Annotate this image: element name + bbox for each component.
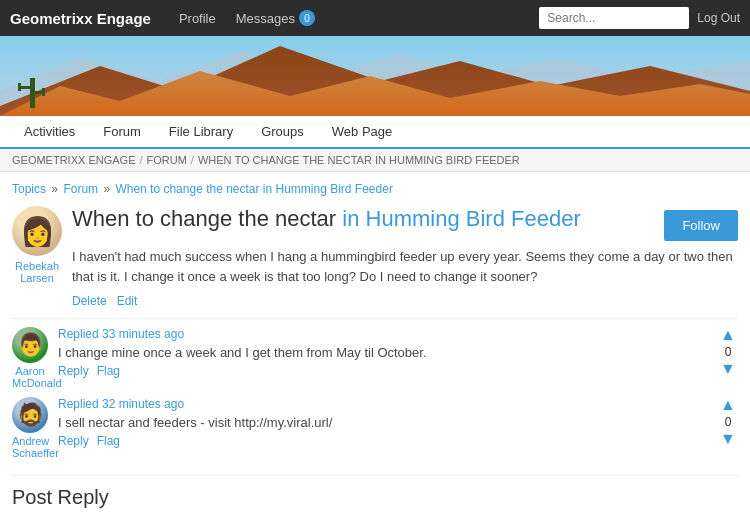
reply-actions-1: Reply Flag xyxy=(58,364,708,378)
reply-actions-2: Reply Flag xyxy=(58,434,708,448)
breadcrumb-forum: FORUM xyxy=(147,154,187,166)
subnav-activities[interactable]: Activities xyxy=(10,116,89,147)
main-post: 👩 Rebekah Larsen When to change the nect… xyxy=(12,206,738,308)
topic-breadcrumb: Topics » Forum » When to change the nect… xyxy=(12,182,738,196)
reply-author-2: Andrew Schaeffer xyxy=(12,435,48,459)
subnav: Activities Forum File Library Groups Web… xyxy=(0,116,750,149)
reply-avatar-2: 🧔 xyxy=(12,397,48,433)
flag-link-1[interactable]: Flag xyxy=(97,364,120,378)
search-container xyxy=(539,7,689,29)
post-author-label: Rebekah Larsen xyxy=(12,260,62,284)
navbar-links: Profile Messages 0 xyxy=(171,10,539,26)
downvote-1[interactable]: ▼ xyxy=(720,361,736,377)
post-divider xyxy=(12,318,738,319)
reply-text-1: I change mine once a week and I get them… xyxy=(58,345,708,360)
reply-avatar-1: 👨 xyxy=(12,327,48,363)
delete-link[interactable]: Delete xyxy=(72,294,107,308)
post-title-row: When to change the nectar in Humming Bir… xyxy=(72,206,738,241)
reply-time-1: Replied 33 minutes ago xyxy=(58,327,708,341)
vote-controls-2: ▲ 0 ▼ xyxy=(718,397,738,459)
brand-name: Geometrixx Engage xyxy=(10,10,151,27)
upvote-2[interactable]: ▲ xyxy=(720,397,736,413)
post-actions: Delete Edit xyxy=(72,294,738,308)
post-text: I haven't had much success when I hang a… xyxy=(72,247,738,286)
forum-link[interactable]: Forum xyxy=(63,182,98,196)
follow-button[interactable]: Follow xyxy=(664,210,738,241)
navbar: Geometrixx Engage Profile Messages 0 Log… xyxy=(0,0,750,36)
vote-count-2: 0 xyxy=(725,415,732,429)
reply-body-2: Replied 32 minutes ago I sell nectar and… xyxy=(58,397,708,459)
breadcrumb-current: WHEN TO CHANGE THE NECTAR IN HUMMING BIR… xyxy=(198,154,520,166)
search-input[interactable] xyxy=(539,7,689,29)
breadcrumb: GEOMETRIXX ENGAGE / FORUM / WHEN TO CHAN… xyxy=(0,149,750,172)
post-title: When to change the nectar in Humming Bir… xyxy=(72,206,581,232)
subnav-forum[interactable]: Forum xyxy=(89,116,155,147)
flag-link-2[interactable]: Flag xyxy=(97,434,120,448)
svg-rect-6 xyxy=(18,83,21,91)
subnav-groups[interactable]: Groups xyxy=(247,116,318,147)
hero-image xyxy=(0,36,750,116)
post-reply-section: Post Reply 👩 xyxy=(12,475,738,513)
nav-messages[interactable]: Messages 0 xyxy=(228,10,323,26)
nav-profile[interactable]: Profile xyxy=(171,11,224,26)
svg-rect-4 xyxy=(30,78,35,108)
reply-link-2[interactable]: Reply xyxy=(58,434,89,448)
downvote-2[interactable]: ▼ xyxy=(720,431,736,447)
main-content: Topics » Forum » When to change the nect… xyxy=(0,172,750,513)
vote-count-1: 0 xyxy=(725,345,732,359)
topics-link[interactable]: Topics xyxy=(12,182,46,196)
current-topic-link[interactable]: When to change the nectar in Humming Bir… xyxy=(115,182,392,196)
reply-1: 👨 Aaron McDonald Replied 33 minutes ago … xyxy=(12,327,738,389)
breadcrumb-home: GEOMETRIXX ENGAGE xyxy=(12,154,135,166)
subnav-file-library[interactable]: File Library xyxy=(155,116,247,147)
subnav-web-page[interactable]: Web Page xyxy=(318,116,406,147)
logout-button[interactable]: Log Out xyxy=(697,11,740,25)
reply-body-1: Replied 33 minutes ago I change mine onc… xyxy=(58,327,708,389)
post-reply-title: Post Reply xyxy=(12,486,738,509)
svg-rect-8 xyxy=(42,88,45,96)
reply-time-2: Replied 32 minutes ago xyxy=(58,397,708,411)
reply-text-2: I sell nectar and feeders - visit http:/… xyxy=(58,415,708,430)
reply-author-1: Aaron McDonald xyxy=(12,365,48,389)
upvote-1[interactable]: ▲ xyxy=(720,327,736,343)
avatar: 👩 xyxy=(12,206,62,256)
reply-link-1[interactable]: Reply xyxy=(58,364,89,378)
post-body: When to change the nectar in Humming Bir… xyxy=(72,206,738,308)
reply-2: 🧔 Andrew Schaeffer Replied 32 minutes ag… xyxy=(12,397,738,459)
edit-link[interactable]: Edit xyxy=(117,294,138,308)
vote-controls-1: ▲ 0 ▼ xyxy=(718,327,738,389)
messages-badge: 0 xyxy=(299,10,315,26)
